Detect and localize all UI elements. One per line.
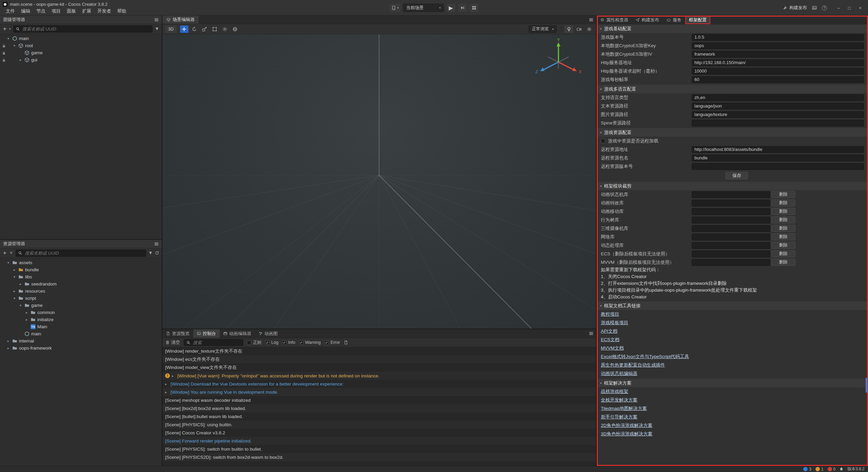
axis-gizmo[interactable]: Y X Z [533, 38, 584, 82]
http-server-field[interactable] [692, 59, 864, 66]
warning-count[interactable]: 1 [815, 467, 824, 472]
delete-module-button[interactable]: 删除 [771, 208, 795, 215]
coordinate-space-button[interactable] [231, 25, 239, 33]
filter-icon[interactable] [149, 251, 153, 255]
asset-node[interactable]: TS Main [0, 323, 162, 330]
doc-link[interactable]: 游戏模板项目 [601, 320, 628, 326]
remote-load-checkbox[interactable] [601, 139, 605, 143]
expand-caret-icon[interactable]: ▾ [12, 44, 17, 47]
expand-caret-icon[interactable]: ▸ [12, 289, 17, 293]
expand-caret-icon[interactable]: ▸ [6, 346, 11, 350]
panel-menu-icon[interactable] [154, 242, 159, 246]
delete-module-button[interactable]: 删除 [771, 233, 795, 240]
step-frame-button[interactable] [458, 4, 467, 12]
solution-link[interactable]: 全栈开发解决方案 [601, 397, 637, 403]
sort-icon[interactable] [9, 251, 13, 255]
log-entry[interactable]: [Scene] [PHYSICS2D]: switch from box2d-w… [162, 453, 596, 461]
minimize-button[interactable]: – [833, 3, 844, 12]
hierarchy-search-input[interactable] [22, 26, 150, 32]
asset-node[interactable]: ▾ game [0, 302, 162, 309]
expand-caret-icon[interactable]: ▸ [18, 58, 23, 62]
doc-link[interactable]: Excel格式转Json文件与TypeScript代码工具 [601, 354, 689, 360]
tab-build-publish[interactable]: 构建发布 [632, 16, 663, 24]
solution-link[interactable]: 2D角色扮演游戏解决方案 [601, 422, 652, 429]
log-entry[interactable]: [Scene] [box2d]:box2d wasm lib loaded. [162, 404, 596, 412]
refresh-icon[interactable] [155, 251, 159, 255]
asset-node[interactable]: ▸ bundle [0, 266, 162, 273]
light-toggle-button[interactable] [565, 25, 573, 33]
delete-module-button[interactable]: 删除 [771, 191, 795, 198]
asset-node[interactable]: ▾ script [0, 295, 162, 302]
delete-module-button[interactable]: 删除 [771, 199, 795, 206]
lock-icon[interactable] [2, 44, 6, 47]
filter-error-checkbox[interactable]: ✓ Error [324, 340, 340, 345]
log-entry[interactable]: [Window] model_view文件夹不存在 [162, 363, 596, 372]
log-entry[interactable]: [Window] render_texture文件夹不存在 [162, 347, 596, 355]
console-search-input[interactable] [192, 340, 240, 346]
asset-node[interactable]: ▾ libs [0, 273, 162, 280]
crypto-iv-field[interactable] [692, 51, 864, 58]
expand-caret-icon[interactable]: ▾ [6, 261, 11, 264]
assets-search[interactable] [16, 250, 146, 257]
module-path-field[interactable] [692, 242, 770, 249]
screenshot-icon[interactable] [812, 5, 817, 10]
hierarchy-node[interactable]: ▾ main [0, 35, 162, 42]
remote-version-field[interactable] [692, 163, 864, 170]
tab-console[interactable]: 控制台 [193, 329, 220, 338]
asset-node[interactable]: ▸ oops-framework [0, 345, 162, 352]
expand-caret-icon[interactable]: ▸ [24, 318, 29, 321]
filter-info-checkbox[interactable]: ✓ Info [282, 340, 295, 345]
doc-link[interactable]: 教程项目 [601, 311, 619, 317]
expand-caret-icon[interactable]: ▸ [12, 268, 17, 272]
frame-rate-field[interactable] [692, 76, 864, 83]
menu-item[interactable]: 扩展 [79, 8, 94, 14]
log-entry-info[interactable]: ▸ [Window] Download the Vue Devtools ext… [162, 380, 596, 388]
expand-arrow-icon[interactable]: ▸ [172, 374, 175, 378]
preview-device-button[interactable]: ▾ [390, 4, 400, 12]
mode-3d-button[interactable]: 3D [165, 25, 177, 33]
delete-module-button[interactable]: 删除 [771, 216, 795, 223]
hierarchy-node[interactable]: ▾ root [0, 42, 162, 49]
expand-caret-icon[interactable]: ▾ [18, 303, 23, 307]
tab-framework-config[interactable]: 框架配置 [685, 16, 710, 24]
delete-module-button[interactable]: 删除 [771, 225, 795, 232]
doc-link[interactable]: MVVM文档 [601, 345, 624, 351]
remote-bundle-field[interactable] [692, 155, 864, 161]
expand-caret-icon[interactable]: ▸ [24, 311, 29, 314]
build-publish-button[interactable]: 构建发布 [783, 5, 807, 11]
doc-link[interactable]: 原生包热更新配置自动生成插件 [601, 362, 665, 368]
log-entry-warning[interactable]: ! ▸ [Window] [Vue warn]: Property "onInp… [162, 372, 596, 380]
section-header[interactable]: ▾ 框架文档工具链接 [597, 301, 868, 310]
menu-item[interactable]: 编辑 [18, 8, 33, 14]
log-entry[interactable]: [Scene] [bullet]:bullet wasm lib loaded. [162, 412, 596, 420]
filter-regex-checkbox[interactable]: 正则 [247, 340, 261, 346]
expand-arrow-icon[interactable]: ▸ [165, 382, 169, 386]
add-asset-button[interactable] [3, 251, 7, 255]
solution-link[interactable]: 战棋游戏框架 [601, 389, 628, 395]
camera-preview-button[interactable] [575, 25, 583, 33]
asset-node[interactable]: ▸ seedrandom [0, 280, 162, 288]
solution-link[interactable]: Tiledmap地图解决方案 [601, 406, 647, 412]
expand-caret-icon[interactable]: ▸ [18, 282, 23, 286]
filter-log-checkbox[interactable]: ✓ Log [265, 340, 278, 345]
expand-caret-icon[interactable]: ▾ [12, 296, 17, 300]
filter-warning-checkbox[interactable]: ✓ Warning [299, 340, 321, 345]
assets-search-input[interactable] [24, 250, 143, 256]
delete-module-button[interactable]: 删除 [771, 250, 795, 257]
section-header[interactable]: ▾ 游戏多语言配置 [597, 85, 868, 93]
menu-item[interactable]: 节点 [33, 8, 48, 14]
solution-link[interactable]: 3D角色扮演游戏解决方案 [601, 431, 652, 437]
log-entry[interactable]: [Scene] meshopt wasm decoder initialized [162, 396, 596, 404]
asset-node[interactable]: main [0, 330, 162, 337]
log-entry[interactable]: [Scene] [PHYSICS]: switch from builtin t… [162, 445, 596, 453]
crypto-key-field[interactable] [692, 42, 864, 49]
section-header[interactable]: ▾ 游戏资源配置 [597, 128, 868, 137]
tab-animation-graph[interactable]: 动画图 [255, 329, 281, 338]
menu-item[interactable]: 项目 [48, 8, 64, 14]
expand-caret-icon[interactable]: ▸ [6, 339, 11, 343]
section-header[interactable]: ▾ 游戏基础配置 [597, 24, 868, 33]
solution-link[interactable]: 新手引导解决方案 [601, 414, 637, 420]
menu-item[interactable]: 面板 [64, 8, 79, 14]
tab-property-inspector[interactable]: 属性检查器 [597, 16, 632, 24]
filter-icon[interactable] [155, 27, 159, 31]
